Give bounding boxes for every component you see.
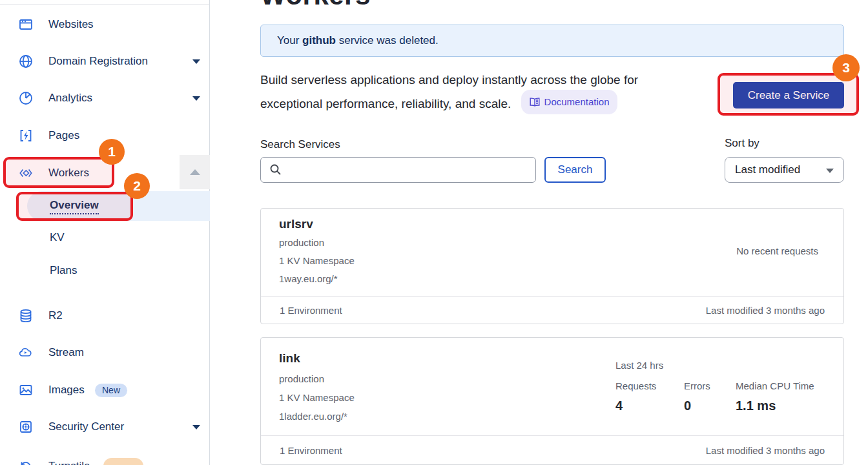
search-button[interactable]: Search: [544, 157, 606, 183]
globe-icon: [19, 54, 33, 68]
sidebar-item-workers[interactable]: Workers: [0, 160, 210, 186]
documentation-link[interactable]: Documentation: [521, 90, 618, 114]
search-input[interactable]: [260, 157, 536, 183]
sidebar-item-security-center[interactable]: Security Center: [0, 414, 210, 440]
sidebar-item-label: Workers: [48, 167, 89, 180]
service-name[interactable]: link: [279, 351, 300, 366]
chevron-up-icon: [190, 169, 200, 175]
workers-collapse-button[interactable]: [180, 155, 210, 189]
requests-label: Requests: [615, 380, 656, 391]
workers-code-icon: [19, 166, 33, 180]
median-cpu-value: 1.1 ms: [736, 398, 776, 413]
environment-count: 1 Environment: [280, 305, 342, 316]
service-environment: production: [279, 373, 324, 384]
sidebar-item-overview[interactable]: Overview: [0, 193, 210, 220]
create-service-button[interactable]: Create a Service: [733, 82, 844, 108]
service-route: 1way.eu.org/*: [279, 273, 338, 284]
sort-selected-value: Last modified: [735, 163, 800, 176]
sidebar-item-analytics[interactable]: Analytics: [0, 85, 210, 111]
rotate-arrow-icon: [19, 459, 33, 465]
beta-badge: [103, 458, 143, 465]
sidebar-item-websites[interactable]: Websites: [0, 12, 210, 37]
sort-by-label: Sort by: [725, 137, 760, 150]
new-badge: New: [95, 384, 127, 397]
sidebar-item-label: Plans: [50, 264, 78, 277]
annotation-step-badge-3: 3: [832, 54, 860, 81]
sidebar-item-label: Pages: [48, 129, 79, 142]
annotation-step-badge-2: 2: [124, 173, 150, 199]
banner-text-prefix: Your: [277, 34, 302, 46]
sidebar-item-label: Analytics: [48, 92, 92, 105]
sidebar-item-label: Turnstile: [48, 460, 90, 465]
sidebar-item-r2[interactable]: R2: [0, 303, 210, 329]
sidebar-item-label: Domain Registration: [48, 55, 148, 68]
sidebar-item-label: Stream: [48, 346, 84, 359]
intro-line-1: Build serverless applications and deploy…: [260, 70, 638, 90]
sidebar: Websites Domain Registration Analytics: [0, 0, 210, 465]
sidebar-item-label: Security Center: [48, 420, 124, 433]
sidebar-item-turnstile[interactable]: Turnstile: [0, 453, 210, 465]
notification-banner: Your github service was deleted.: [260, 25, 844, 57]
image-icon: [19, 383, 33, 397]
chevron-down-icon: [192, 96, 200, 101]
median-cpu-label: Median CPU Time: [736, 380, 814, 391]
app: Websites Domain Registration Analytics: [0, 0, 868, 465]
service-card-footer: 1 Environment Last modified 3 months ago: [261, 435, 843, 464]
sidebar-item-label: Overview: [50, 199, 99, 214]
chevron-down-icon: [826, 169, 834, 173]
no-recent-requests-note: No recent requests: [736, 245, 818, 256]
service-card-footer: 1 Environment Last modified 3 months ago: [261, 296, 843, 324]
service-card[interactable]: urlsrv production 1 KV Namespace 1way.eu…: [260, 208, 844, 324]
service-kv-namespace: 1 KV Namespace: [279, 255, 355, 266]
pie-chart-icon: [19, 91, 33, 105]
service-route: 1ladder.eu.org/*: [279, 411, 347, 422]
sidebar-top-divider: [0, 5, 210, 5]
sidebar-item-images[interactable]: Images New: [0, 377, 210, 403]
last-modified: Last modified 3 months ago: [706, 445, 825, 456]
safe-dial-icon: [19, 420, 33, 434]
search-icon: [269, 163, 282, 178]
sidebar-item-label: KV: [50, 231, 65, 244]
service-environment: production: [279, 237, 324, 248]
browser-window-icon: [19, 17, 33, 32]
requests-value: 4: [615, 398, 623, 413]
book-icon: [530, 98, 540, 107]
intro-text: Build serverless applications and deploy…: [260, 70, 638, 114]
sidebar-item-domain-registration[interactable]: Domain Registration: [0, 48, 210, 74]
service-kv-namespace: 1 KV Namespace: [279, 392, 355, 403]
errors-value: 0: [684, 398, 691, 413]
documentation-label: Documentation: [544, 92, 610, 112]
stats-period-label: Last 24 hrs: [615, 360, 663, 371]
chevron-down-icon: [192, 425, 200, 429]
search-services-label: Search Services: [260, 138, 340, 151]
sidebar-item-stream[interactable]: Stream: [0, 340, 210, 366]
last-modified: Last modified 3 months ago: [706, 305, 825, 316]
database-icon: [19, 309, 33, 323]
environment-count: 1 Environment: [280, 445, 342, 456]
sidebar-item-label: Websites: [48, 18, 94, 31]
sidebar-item-label: Images: [48, 384, 85, 397]
lightning-icon: [19, 129, 33, 143]
sort-select[interactable]: Last modified: [725, 157, 844, 183]
intro-line-2: exceptional performance, reliability, an…: [260, 97, 511, 110]
errors-label: Errors: [684, 380, 710, 391]
banner-service-name: github: [302, 34, 336, 46]
service-card[interactable]: link production 1 KV Namespace 1ladder.e…: [260, 337, 844, 465]
sidebar-item-kv[interactable]: KV: [0, 225, 210, 251]
annotation-step-badge-1: 1: [99, 139, 125, 165]
chevron-down-icon: [192, 59, 200, 64]
banner-text-suffix: service was deleted.: [336, 34, 439, 46]
cloud-play-icon: [19, 346, 33, 360]
sidebar-item-plans[interactable]: Plans: [0, 258, 210, 284]
sidebar-item-label: R2: [48, 309, 63, 322]
service-name[interactable]: urlsrv: [279, 217, 313, 231]
page-title: Workers: [260, 0, 371, 11]
